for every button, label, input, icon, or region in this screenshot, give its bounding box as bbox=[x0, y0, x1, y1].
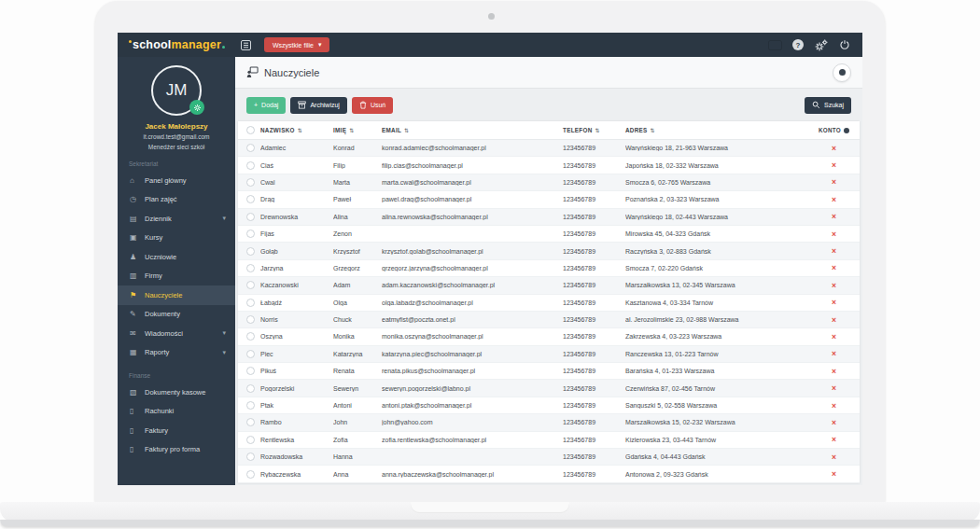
sort-icon: ⇅ bbox=[651, 127, 655, 133]
cell-address: Antonowa 2, 09-323 Gdańsk bbox=[625, 471, 808, 478]
row-checkbox[interactable] bbox=[246, 418, 255, 426]
quick-help-bubble-button[interactable] bbox=[833, 63, 851, 82]
sidebar-item-label: Nauczyciele bbox=[145, 291, 182, 299]
row-checkbox[interactable] bbox=[246, 384, 255, 393]
no-account-mark: × bbox=[832, 281, 836, 290]
cell-address: Mirowska 45, 04-323 Gdańsk bbox=[625, 230, 808, 237]
settings-gears-icon[interactable] bbox=[815, 39, 828, 51]
row-checkbox[interactable] bbox=[246, 332, 255, 341]
cell-first-name: Anna bbox=[333, 471, 382, 478]
cell-first-name: Chuck bbox=[333, 316, 382, 323]
cell-phone: 123456789 bbox=[563, 333, 625, 340]
trash-icon bbox=[359, 101, 367, 109]
table-row[interactable]: Ciaś Filip filip.cias@schoolmanager.pl 1… bbox=[238, 157, 860, 174]
column-header[interactable]: Konto bbox=[808, 127, 860, 133]
sidebar-item-dziennik[interactable]: ▤ Dziennik ▾ bbox=[118, 209, 235, 229]
sidebar-item-dokumenty-kasowe[interactable]: ▧ Dokumenty kasowe bbox=[118, 383, 235, 402]
help-icon[interactable]: ? bbox=[792, 39, 804, 50]
table-row[interactable]: Rambo John john@yahoo.com 123456789 Mars… bbox=[238, 414, 860, 431]
sidebar-item-raporty[interactable]: ▦ Raporty ▾ bbox=[118, 343, 235, 363]
row-checkbox[interactable] bbox=[246, 436, 255, 444]
row-checkbox[interactable] bbox=[246, 401, 255, 410]
sidebar-item-panel-glowny[interactable]: ⌂ Panel główny bbox=[118, 171, 235, 190]
sidebar-item-firmy[interactable]: ▥ Firmy bbox=[118, 267, 235, 286]
table-row[interactable]: Rentlewska Zofia zofia.rentlewska@school… bbox=[238, 432, 860, 449]
table-row[interactable]: Łabądź Olga olga.labadz@schoolmanager.pl… bbox=[238, 295, 860, 312]
info-icon bbox=[844, 128, 849, 133]
add-button[interactable]: + Dodaj bbox=[246, 97, 286, 114]
power-icon[interactable] bbox=[839, 39, 850, 50]
table-row[interactable]: Rozwadowska Hanna 123456789 Gdańska 4, 0… bbox=[238, 449, 860, 466]
branch-filter-button[interactable]: Wszystkie filie ▾ bbox=[264, 37, 329, 52]
table-row[interactable]: Drewnowska Alina alina.rewnowska@schoolm… bbox=[238, 209, 860, 226]
row-checkbox[interactable] bbox=[246, 315, 255, 324]
row-checkbox[interactable] bbox=[246, 247, 255, 256]
table-row[interactable]: Kaczanowski Adam adam.kaczanowski@school… bbox=[238, 277, 860, 294]
search-button[interactable]: Szukaj bbox=[805, 97, 851, 114]
table-row[interactable]: Oszyna Monika monika.oszyna@schoolmanage… bbox=[238, 328, 860, 345]
cell-last-name: Oszyna bbox=[260, 333, 333, 340]
column-header[interactable]: Imię ⇅ bbox=[333, 127, 382, 133]
table-row[interactable]: Fijas Zenon 123456789 Mirowska 45, 04-32… bbox=[238, 226, 860, 243]
no-account-mark: × bbox=[832, 367, 836, 376]
column-header[interactable]: Email ⇅ bbox=[382, 127, 563, 133]
table-row[interactable]: Piec Katarzyna katarzyna.piec@schoolmana… bbox=[238, 346, 860, 363]
sidebar-item-faktury[interactable]: ▯ Faktury bbox=[118, 421, 235, 440]
row-checkbox[interactable] bbox=[246, 281, 255, 289]
sidebar-item-rachunki[interactable]: ▯ Rachunki bbox=[118, 402, 235, 422]
cell-phone: 123456789 bbox=[563, 351, 625, 357]
table-row[interactable]: Cwal Marta marta.cwal@schoolmanager.pl 1… bbox=[238, 174, 860, 191]
cell-phone: 123456789 bbox=[563, 299, 625, 306]
sidebar-item-uczniowie[interactable]: ♟ Uczniowie bbox=[118, 247, 235, 267]
row-checkbox[interactable] bbox=[246, 452, 255, 461]
row-checkbox[interactable] bbox=[246, 264, 255, 272]
column-header[interactable]: Telefon ⇅ bbox=[563, 127, 625, 133]
delete-button[interactable]: Usuń bbox=[352, 97, 393, 114]
archive-button[interactable]: Archiwizuj bbox=[290, 97, 347, 114]
cell-email: zofia.rentlewska@schoolmanager.pl bbox=[382, 437, 563, 443]
row-checkbox[interactable] bbox=[246, 213, 255, 221]
receipts-icon: ▯ bbox=[130, 407, 145, 415]
cell-last-name: Rentlewska bbox=[260, 437, 333, 443]
messages-icon: ✉ bbox=[130, 329, 145, 338]
profile-settings-gear-icon[interactable] bbox=[189, 100, 204, 115]
plus-icon: + bbox=[254, 102, 258, 108]
cell-first-name: Paweł bbox=[333, 196, 382, 202]
row-checkbox[interactable] bbox=[246, 178, 255, 187]
row-checkbox[interactable] bbox=[246, 161, 255, 170]
table-row[interactable]: Pikuś Renata renata.pikus@schoolmanager.… bbox=[238, 363, 860, 380]
table-row[interactable]: Gołąb Krzysztof krzysztof.golab@schoolma… bbox=[238, 243, 860, 259]
sidebar-item-plan-zajec[interactable]: ◷ Plan zajęć bbox=[118, 190, 235, 210]
cell-address: Poznańska 2, 03-323 Warszawa bbox=[625, 196, 808, 202]
sidebar-item-dokumenty[interactable]: ✎ Dokumenty bbox=[118, 305, 235, 325]
column-header[interactable]: Nazwisko ⇅ bbox=[260, 127, 333, 133]
sidebar-item-wiadomosci[interactable]: ✉ Wiadomości ▾ bbox=[118, 324, 235, 343]
table-row[interactable]: Adamiec Konrad konrad.adamiec@schoolmana… bbox=[238, 140, 860, 157]
sidebar-item-kursy[interactable]: ▣ Kursy bbox=[118, 229, 235, 248]
row-checkbox[interactable] bbox=[246, 195, 255, 203]
cell-email: alina.rewnowska@schoolmanager.pl bbox=[382, 214, 563, 220]
select-all-checkbox[interactable] bbox=[246, 126, 255, 134]
cell-last-name: Ciaś bbox=[260, 162, 333, 169]
table-row[interactable]: Rybaczewska Anna anna.rybaczewska@school… bbox=[238, 466, 860, 482]
cell-last-name: Norris bbox=[260, 316, 333, 323]
sidebar-item-nauczyciele[interactable]: ⚑ Nauczyciele bbox=[118, 285, 235, 305]
row-checkbox[interactable] bbox=[246, 350, 255, 358]
row-checkbox[interactable] bbox=[246, 470, 255, 479]
menu-toggle-icon[interactable] bbox=[241, 40, 251, 50]
table-row[interactable]: Pogorzelski Seweryn seweryn.pogorzelski@… bbox=[238, 380, 860, 397]
column-header-label: Imię bbox=[333, 127, 346, 133]
row-checkbox[interactable] bbox=[246, 230, 255, 238]
row-checkbox[interactable] bbox=[246, 299, 255, 307]
table-row[interactable]: Drąg Paweł pawel.drag@schoolmanager.pl 1… bbox=[238, 191, 860, 208]
chevron-down-icon: ▾ bbox=[222, 215, 226, 222]
language-flag-pl-icon[interactable] bbox=[769, 41, 781, 49]
table-row[interactable]: Jarzyna Grzegorz grzegorz.jarzyna@school… bbox=[238, 260, 860, 277]
app-logo[interactable]: schoolmanager bbox=[118, 38, 235, 51]
row-checkbox[interactable] bbox=[246, 144, 255, 152]
sidebar-item-faktury-pro-forma[interactable]: ▯ Faktury pro forma bbox=[118, 440, 235, 460]
table-row[interactable]: Ptak Antoni antoni.ptak@schoolmanager.pl… bbox=[238, 397, 860, 414]
column-header[interactable]: Adres ⇅ bbox=[625, 127, 808, 133]
table-row[interactable]: Norris Chuck eatmyfist@poczta.onet.pl 12… bbox=[238, 312, 860, 328]
row-checkbox[interactable] bbox=[246, 367, 255, 375]
